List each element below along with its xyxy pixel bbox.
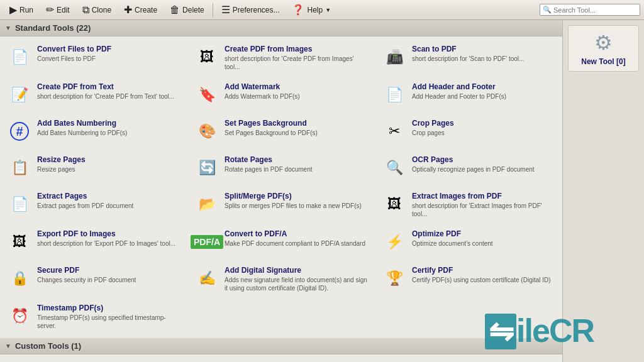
standard-tools-title: Standard Tools (22) bbox=[15, 23, 91, 33]
help-icon: ❓ bbox=[292, 4, 304, 16]
tool-desc: Convert Files to PDF bbox=[37, 55, 180, 63]
tool-icon: 📄 bbox=[7, 192, 32, 217]
tool-item[interactable]: 🖼Extract Images from PDFshort descriptio… bbox=[375, 186, 562, 224]
tool-item[interactable]: 🔒Secure PDFChanges security in PDF docum… bbox=[0, 260, 187, 298]
tool-icon: 🔖 bbox=[194, 82, 219, 107]
tool-name: Timestamp PDF(s) bbox=[37, 304, 180, 312]
tool-desc: short description for 'Extract Images fr… bbox=[412, 202, 555, 218]
main-area: ▼ Standard Tools (22) 📄Convert Files to … bbox=[0, 20, 644, 362]
tool-desc: Optimize document's content bbox=[412, 239, 555, 248]
create-icon: ✚ bbox=[124, 4, 132, 16]
tool-desc: Optically recognize pages in PDF documen… bbox=[412, 165, 555, 173]
tool-icon: 🏆 bbox=[382, 266, 407, 291]
tools-content: ▼ Standard Tools (22) 📄Convert Files to … bbox=[0, 20, 562, 362]
tool-item[interactable]: 📄Convert Files to PDFConvert Files to PD… bbox=[0, 39, 187, 77]
collapse-arrow-icon-custom: ▼ bbox=[5, 343, 11, 349]
tool-desc: short description for 'Export PDF to Ima… bbox=[37, 239, 180, 248]
tool-item[interactable]: 🔍OCR PagesOptically recognize pages in P… bbox=[375, 150, 562, 186]
tool-item[interactable]: 📂Split/Merge PDF(s)Splits or merges PDF … bbox=[187, 186, 375, 224]
tool-item[interactable]: #Add Bates NumberingAdd Bates Numbering … bbox=[0, 113, 187, 150]
toolbar: ▶ Run ✏ Edit ⧉ Clone ✚ Create 🗑 Delete ☰… bbox=[0, 0, 644, 20]
tool-icon: 🔒 bbox=[7, 266, 32, 291]
delete-button[interactable]: 🗑 Delete bbox=[164, 2, 210, 18]
tool-desc: Set Pages Background to PDF(s) bbox=[225, 129, 368, 137]
create-button[interactable]: ✚ Create bbox=[118, 1, 163, 18]
preferences-icon: ☰ bbox=[221, 4, 230, 16]
tool-desc: Rotate pages in PDF document bbox=[225, 165, 368, 173]
custom-tools-title: Custom Tools (1) bbox=[15, 341, 81, 351]
tool-icon: 🔄 bbox=[194, 155, 219, 180]
tool-item[interactable]: 🖼Export PDF to Imagesshort description f… bbox=[0, 224, 187, 260]
tool-name: Scan to PDF bbox=[412, 45, 555, 53]
tool-name: Extract Pages bbox=[37, 192, 180, 200]
tool-item[interactable]: ⏰Timestamp PDF(s)Timestamp PDF(s) using … bbox=[0, 298, 187, 336]
tool-item[interactable]: 📠Scan to PDFshort description for 'Scan … bbox=[375, 39, 562, 77]
tool-name: Export PDF to Images bbox=[37, 229, 180, 238]
search-input[interactable] bbox=[553, 6, 629, 14]
tool-icon: PDF/A bbox=[194, 229, 219, 255]
tool-item[interactable]: 🔄Rotate PagesRotate pages in PDF documen… bbox=[187, 150, 375, 186]
tool-item[interactable]: 📋Resize PagesResize pages bbox=[0, 150, 187, 186]
tool-name: Add Bates Numbering bbox=[37, 119, 180, 128]
tool-item[interactable]: PDF/AConvert to PDF/AMake PDF document c… bbox=[187, 224, 375, 260]
new-tool-label: New Tool [0] bbox=[581, 57, 625, 66]
tool-item[interactable]: ⚡Optimize PDFOptimize document's content bbox=[375, 224, 562, 260]
preferences-label: Preferences... bbox=[233, 6, 280, 14]
new-tool-box[interactable]: ⚙ New Tool [0] bbox=[568, 25, 639, 72]
tool-name: Add Header and Footer bbox=[412, 82, 555, 91]
tool-item[interactable]: 🖼Create PDF from Imagesshort description… bbox=[187, 39, 375, 77]
tool-icon: 📋 bbox=[7, 155, 32, 180]
tool-icon: # bbox=[7, 119, 32, 144]
delete-icon: 🗑 bbox=[170, 4, 180, 16]
tool-item[interactable]: 📄Add Header and FooterAdd Header and Foo… bbox=[375, 77, 562, 113]
tool-icon: ✍ bbox=[194, 266, 219, 291]
tool-icon: ⏰ bbox=[7, 304, 32, 329]
tool-name: Add Digital Signature bbox=[225, 266, 368, 275]
tool-desc: short description for 'Create PDF from T… bbox=[37, 92, 180, 101]
tool-name: Secure PDF bbox=[37, 266, 180, 275]
tool-name: Certify PDF bbox=[412, 266, 555, 275]
tool-icon: ✂ bbox=[382, 119, 407, 144]
tool-name: Set Pages Background bbox=[225, 119, 368, 128]
standard-tools-header[interactable]: ▼ Standard Tools (22) bbox=[0, 20, 562, 36]
tool-name: Add Watermark bbox=[225, 82, 368, 91]
tool-item[interactable]: 🎨Set Pages BackgroundSet Pages Backgroun… bbox=[187, 113, 375, 150]
tool-desc: Changes security in PDF document bbox=[37, 276, 180, 284]
clone-button[interactable]: ⧉ Clone bbox=[77, 2, 117, 18]
tool-item[interactable]: 🏆Certify PDFCertify PDF(s) using custom … bbox=[375, 260, 562, 298]
tool-name: OCR Pages bbox=[412, 155, 555, 164]
create-label: Create bbox=[135, 6, 157, 14]
tool-icon: ⚡ bbox=[382, 229, 407, 255]
tool-desc: Crop pages bbox=[412, 129, 555, 137]
preferences-button[interactable]: ☰ Preferences... bbox=[216, 1, 286, 18]
edit-button[interactable]: ✏ Edit bbox=[40, 1, 75, 18]
tool-icon: 🖼 bbox=[194, 45, 219, 70]
tool-item[interactable]: ✂Crop PagesCrop pages bbox=[375, 113, 562, 150]
help-button[interactable]: ❓ Help ▼ bbox=[286, 1, 336, 18]
tool-item[interactable]: 📄Extract PagesExtract pages from PDF doc… bbox=[0, 186, 187, 224]
custom-tools-header[interactable]: ▼ Custom Tools (1) bbox=[0, 338, 562, 354]
tool-item[interactable]: 📝Create PDF from Textshort description f… bbox=[0, 77, 187, 113]
tool-desc: Add Bates Numbering to PDF(s) bbox=[37, 129, 180, 137]
run-label: Run bbox=[19, 6, 33, 14]
tool-name: Convert Files to PDF bbox=[37, 45, 180, 53]
tool-desc: Make PDF document compliant to PDF/A sta… bbox=[225, 239, 368, 248]
tool-desc: Certify PDF(s) using custom certificate … bbox=[412, 276, 555, 284]
separator bbox=[213, 3, 213, 17]
clone-icon: ⧉ bbox=[82, 4, 89, 16]
tool-desc: short description for 'Scan to PDF' tool… bbox=[412, 55, 555, 63]
tool-icon: 🖼 bbox=[382, 192, 407, 217]
clone-label: Clone bbox=[92, 6, 111, 14]
tool-desc: Resize pages bbox=[37, 165, 180, 173]
search-box[interactable]: 🔍 bbox=[540, 4, 640, 16]
tool-icon: 🎨 bbox=[194, 119, 219, 144]
tool-item[interactable]: ✍Add Digital SignatureAdds new signature… bbox=[187, 260, 375, 298]
tool-icon: 🔍 bbox=[382, 155, 407, 180]
tool-item[interactable]: 🔖Add WatermarkAdds Watermark to PDF(s) bbox=[187, 77, 375, 113]
tool-desc: Adds new signature field into document(s… bbox=[225, 276, 368, 292]
tool-desc: Splits or merges PDF files to make a new… bbox=[225, 202, 368, 210]
run-button[interactable]: ▶ Run bbox=[4, 1, 39, 18]
tool-name: Rotate Pages bbox=[225, 155, 368, 164]
tool-icon: 📠 bbox=[382, 45, 407, 70]
tool-desc: Add Header and Footer to PDF(s) bbox=[412, 92, 555, 101]
